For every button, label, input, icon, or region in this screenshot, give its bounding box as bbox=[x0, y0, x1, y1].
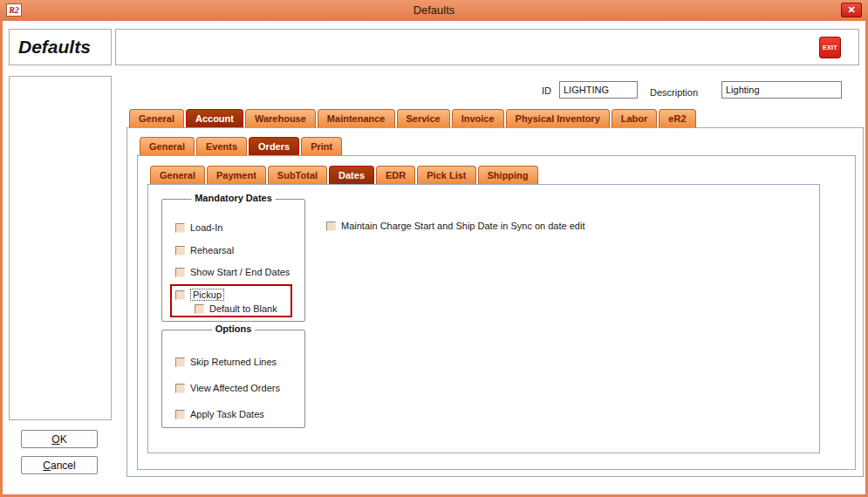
tab-l2-print[interactable]: Print bbox=[301, 137, 342, 155]
tab-l1-account[interactable]: Account bbox=[186, 109, 243, 127]
page-heading-box: Defaults bbox=[9, 29, 112, 65]
maintain-sync-label[interactable]: Maintain Charge Start and Ship Date in S… bbox=[341, 221, 584, 231]
tab-l1-service[interactable]: Service bbox=[397, 109, 450, 127]
id-label: ID bbox=[542, 85, 551, 96]
pickup-highlight-box: Pickup Default to Blank bbox=[170, 284, 292, 317]
load-in-row: Load-In bbox=[175, 221, 222, 235]
tab-l3-payment[interactable]: Payment bbox=[207, 166, 266, 184]
default-to-blank-checkbox[interactable] bbox=[195, 304, 204, 314]
tab-l3-dates[interactable]: Dates bbox=[329, 166, 374, 184]
tab-l1-maintenance[interactable]: Maintenance bbox=[318, 109, 395, 127]
skip-returned-lines-label[interactable]: Skip Returned Lines bbox=[190, 357, 277, 367]
close-button[interactable]: ✕ bbox=[841, 3, 862, 17]
view-affected-orders-row: View Affected Orders bbox=[175, 381, 280, 395]
tab-l3-general[interactable]: General bbox=[150, 166, 205, 184]
tab-l3-shipping[interactable]: Shipping bbox=[478, 166, 538, 184]
window-title: Defaults bbox=[0, 3, 868, 17]
tab-l2-orders[interactable]: Orders bbox=[249, 137, 299, 155]
default-to-blank-label[interactable]: Default to Blank bbox=[209, 303, 277, 314]
rehearsal-label[interactable]: Rehearsal bbox=[190, 245, 234, 255]
apply-task-dates-row: Apply Task Dates bbox=[175, 407, 264, 421]
id-input[interactable] bbox=[559, 81, 638, 99]
tab-l1-er2[interactable]: eR2 bbox=[659, 109, 695, 127]
show-start-end-dates-row: Show Start / End Dates bbox=[175, 265, 290, 279]
account-tab-bar: General Events Orders Print bbox=[140, 137, 342, 155]
tab-l1-general[interactable]: General bbox=[129, 109, 184, 127]
load-in-checkbox[interactable] bbox=[175, 223, 185, 233]
exit-icon: EXIT bbox=[823, 44, 837, 51]
tab-l3-pick-list[interactable]: Pick List bbox=[417, 166, 475, 184]
toolbar: EXIT bbox=[115, 29, 859, 65]
exit-button[interactable]: EXIT bbox=[819, 37, 841, 58]
cancel-button[interactable]: Cancel bbox=[21, 456, 98, 474]
tab-l3-subtotal[interactable]: SubTotal bbox=[268, 166, 327, 184]
skip-returned-lines-row: Skip Returned Lines bbox=[175, 355, 277, 369]
default-to-blank-row: Default to Blank bbox=[195, 302, 277, 316]
cancel-button-label: Cancel bbox=[22, 460, 97, 472]
pickup-checkbox[interactable] bbox=[175, 290, 185, 300]
apply-task-dates-checkbox[interactable] bbox=[175, 410, 185, 419]
description-label: Description bbox=[650, 87, 698, 98]
tab-l2-general[interactable]: General bbox=[140, 137, 195, 155]
left-list-panel bbox=[9, 76, 112, 420]
ok-button[interactable]: OK bbox=[21, 430, 98, 448]
ok-button-label: OK bbox=[22, 433, 97, 446]
rehearsal-row: Rehearsal bbox=[175, 243, 234, 257]
tab-l1-labor[interactable]: Labor bbox=[612, 109, 658, 127]
view-affected-orders-label[interactable]: View Affected Orders bbox=[190, 383, 280, 393]
options-title: Options bbox=[212, 323, 256, 334]
load-in-label[interactable]: Load-In bbox=[190, 222, 222, 233]
tab-l1-physical-inventory[interactable]: Physical Inventory bbox=[506, 109, 610, 127]
page-heading: Defaults bbox=[18, 37, 91, 58]
maintain-sync-checkbox[interactable] bbox=[326, 221, 336, 231]
tab-l2-events[interactable]: Events bbox=[196, 137, 247, 155]
view-affected-orders-checkbox[interactable] bbox=[175, 384, 185, 393]
mandatory-dates-group: Mandatory Dates Load-In Rehearsal Show S… bbox=[161, 199, 305, 322]
main-tab-bar: General Account Warehouse Maintenance Se… bbox=[129, 109, 696, 127]
mandatory-dates-title: Mandatory Dates bbox=[191, 193, 276, 203]
close-icon: ✕ bbox=[847, 4, 855, 15]
tab-l1-invoice[interactable]: Invoice bbox=[452, 109, 504, 127]
defaults-window: R2 Defaults ✕ Defaults OK Cancel EXIT ID… bbox=[0, 0, 868, 497]
pickup-row: Pickup bbox=[175, 288, 224, 302]
show-start-end-dates-label[interactable]: Show Start / End Dates bbox=[190, 267, 290, 277]
maintain-sync-row: Maintain Charge Start and Ship Date in S… bbox=[326, 219, 584, 233]
show-start-end-dates-checkbox[interactable] bbox=[175, 268, 185, 277]
rehearsal-checkbox[interactable] bbox=[175, 246, 185, 255]
options-group: Options Skip Returned Lines View Affecte… bbox=[161, 330, 305, 428]
orders-tab-bar: General Payment SubTotal Dates EDR Pick … bbox=[150, 166, 538, 184]
apply-task-dates-label[interactable]: Apply Task Dates bbox=[190, 409, 264, 419]
titlebar: R2 Defaults ✕ bbox=[0, 0, 868, 21]
skip-returned-lines-checkbox[interactable] bbox=[175, 357, 185, 367]
tab-l1-warehouse[interactable]: Warehouse bbox=[245, 109, 316, 127]
pickup-label[interactable]: Pickup bbox=[190, 289, 224, 301]
description-input[interactable] bbox=[721, 81, 842, 99]
tab-l3-edr[interactable]: EDR bbox=[376, 166, 415, 184]
